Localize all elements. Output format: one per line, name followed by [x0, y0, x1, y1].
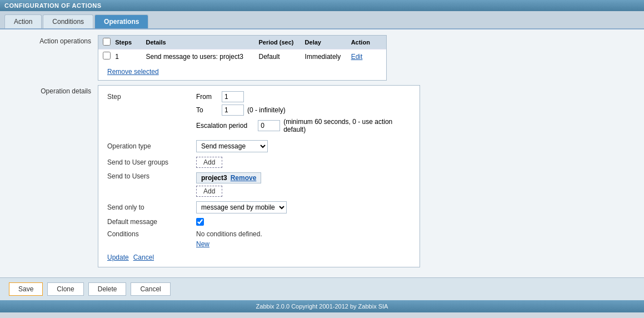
action-operations-content: Steps Details Period (sec) Delay Action …: [98, 35, 635, 81]
escalation-value: Escalation period (minimum 60 seconds, 0…: [196, 118, 411, 133]
row-details: Send message to users: project3: [146, 53, 259, 61]
from-label: From: [196, 93, 218, 101]
row-delay: Immediately: [305, 53, 351, 61]
header-checkbox-col: [103, 38, 115, 47]
remove-selected-row: Remove selected: [98, 63, 386, 80]
conditions-row: Conditions No conditions defined. New: [107, 230, 411, 248]
send-only-to-label: Send only to: [107, 203, 196, 211]
send-to-users-value: project3 Remove Add: [196, 172, 261, 197]
operations-table: Steps Details Period (sec) Delay Action …: [98, 35, 387, 81]
op-details-box: Step From To (0 - infinitely): [98, 85, 420, 267]
title-text: CONFIGURATION OF ACTIONS: [4, 2, 102, 9]
title-bar: CONFIGURATION OF ACTIONS: [0, 0, 644, 11]
cancel-button[interactable]: Cancel: [131, 282, 170, 296]
new-condition-btn[interactable]: New: [196, 240, 209, 248]
add-user-group-btn[interactable]: Add: [196, 157, 222, 168]
escalation-row: Escalation period (minimum 60 seconds, 0…: [196, 118, 411, 133]
row-checkbox-col: [103, 52, 115, 61]
table-row: 1 Send message to users: project3 Defaul…: [98, 49, 386, 63]
escalation-label: Escalation period: [196, 122, 254, 130]
operation-details-label: Operation details: [9, 85, 98, 267]
user-tag-row: project3 Remove: [196, 172, 261, 183]
action-operations-label: Action operations: [9, 35, 98, 81]
operation-type-row: Operation type Send message Remote comma…: [107, 140, 411, 152]
remove-user-btn[interactable]: Remove: [231, 174, 257, 182]
to-row: To (0 - infinitely): [196, 105, 411, 116]
operation-details-content: Step From To (0 - infinitely): [98, 85, 635, 267]
header-delay: Delay: [305, 39, 351, 46]
cancel-edit-btn[interactable]: Cancel: [133, 254, 154, 261]
default-message-value: [196, 218, 204, 226]
row-step: 1: [115, 53, 146, 61]
tabs-bar: Action Conditions Operations: [0, 11, 644, 29]
operation-details-section: Operation details Step From To: [9, 85, 635, 267]
tab-action[interactable]: Action: [4, 14, 42, 28]
default-message-checkbox[interactable]: [196, 218, 204, 226]
tab-conditions[interactable]: Conditions: [43, 14, 93, 28]
default-message-row: Default message: [107, 218, 411, 226]
main-content: Action operations Steps Details Period (…: [0, 29, 644, 277]
step-label: Step: [107, 93, 196, 101]
table-header: Steps Details Period (sec) Delay Action: [98, 36, 386, 49]
send-to-user-groups-label: Send to User groups: [107, 158, 196, 166]
conditions-text: No conditions defined.: [196, 230, 262, 238]
send-to-users-label: Send to Users: [107, 172, 196, 180]
user-tag: project3 Remove: [196, 172, 261, 183]
edit-link[interactable]: Edit: [351, 53, 363, 61]
header-period: Period (sec): [259, 39, 305, 46]
select-all-checkbox[interactable]: [103, 38, 111, 46]
step-row: Step From: [107, 91, 411, 102]
to-suffix: (0 - infinitely): [247, 106, 286, 114]
conditions-label: Conditions: [107, 230, 196, 238]
footer: Zabbix 2.0.0 Copyright 2001-2012 by Zabb…: [0, 300, 644, 312]
clone-button[interactable]: Clone: [47, 282, 83, 296]
operation-type-label: Operation type: [107, 142, 196, 150]
row-action: Edit: [351, 53, 382, 61]
page-wrapper: CONFIGURATION OF ACTIONS Action Conditio…: [0, 0, 644, 318]
save-button[interactable]: Save: [9, 282, 43, 296]
row-checkbox[interactable]: [103, 52, 111, 59]
header-steps: Steps: [115, 39, 146, 46]
conditions-value: No conditions defined. New: [196, 230, 262, 248]
add-user-btn[interactable]: Add: [196, 186, 222, 197]
operation-type-select[interactable]: Send message Remote command: [196, 140, 268, 152]
send-to-user-groups-value: Add: [196, 157, 222, 168]
send-only-to-row: Send only to message send by mobile All: [107, 201, 411, 213]
action-operations-section: Action operations Steps Details Period (…: [9, 35, 635, 81]
to-value: To (0 - infinitely): [196, 105, 286, 116]
operation-type-value: Send message Remote command: [196, 140, 268, 152]
header-action: Action: [351, 39, 382, 46]
footer-text: Zabbix 2.0.0 Copyright 2001-2012 by Zabb…: [256, 303, 388, 310]
default-message-label: Default message: [107, 218, 196, 226]
to-input[interactable]: [222, 105, 244, 116]
user-name: project3: [201, 174, 227, 182]
remove-selected-btn[interactable]: Remove selected: [103, 66, 163, 78]
bottom-bar: Save Clone Delete Cancel: [0, 277, 644, 300]
send-only-to-select[interactable]: message send by mobile All: [196, 201, 287, 213]
send-to-users-row: Send to Users project3 Remove Add: [107, 172, 411, 197]
update-btn[interactable]: Update: [107, 254, 129, 261]
step-value: From: [196, 91, 244, 102]
delete-button[interactable]: Delete: [88, 282, 127, 296]
escalation-suffix: (minimum 60 seconds, 0 - use action defa…: [283, 118, 411, 133]
escalation-input[interactable]: [258, 120, 280, 131]
action-buttons: Update Cancel: [107, 254, 411, 261]
send-only-to-value: message send by mobile All: [196, 201, 287, 213]
row-period: Default: [259, 53, 305, 61]
tab-operations[interactable]: Operations: [94, 14, 148, 28]
from-input[interactable]: [222, 91, 244, 102]
to-label: To: [196, 106, 218, 114]
header-details: Details: [146, 39, 259, 46]
send-to-user-groups-row: Send to User groups Add: [107, 157, 411, 168]
